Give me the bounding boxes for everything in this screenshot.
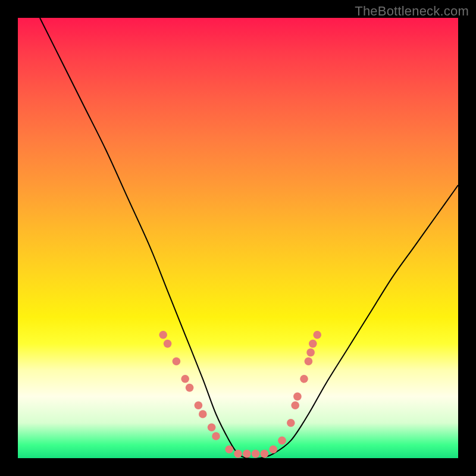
marker-dot bbox=[309, 340, 317, 348]
marker-dot bbox=[278, 437, 286, 445]
marker-dot bbox=[313, 331, 321, 339]
marker-dot bbox=[225, 445, 233, 453]
marker-dot bbox=[243, 450, 251, 458]
marker-dot bbox=[293, 393, 302, 401]
plot-area bbox=[18, 18, 458, 458]
marker-dot bbox=[261, 450, 269, 458]
marker-dot bbox=[173, 357, 181, 365]
marker-dot bbox=[269, 445, 277, 453]
marker-dot bbox=[306, 349, 315, 357]
marker-dot bbox=[159, 331, 167, 339]
bottleneck-curve bbox=[40, 18, 458, 459]
marker-dot bbox=[199, 410, 207, 418]
watermark-text: TheBottleneck.com bbox=[355, 4, 469, 19]
marker-dot bbox=[164, 340, 172, 348]
marker-dot bbox=[234, 450, 242, 458]
marker-dot bbox=[252, 450, 260, 458]
marker-dot bbox=[208, 423, 216, 431]
curve-layer bbox=[18, 18, 458, 458]
chart-frame: TheBottleneck.com bbox=[0, 0, 476, 476]
marker-dot bbox=[181, 375, 189, 383]
marker-dot bbox=[287, 419, 295, 427]
marker-dot bbox=[186, 384, 194, 392]
marker-dot bbox=[195, 401, 203, 409]
marker-dot bbox=[212, 432, 220, 440]
marker-dot bbox=[300, 375, 308, 383]
marker-dot bbox=[291, 401, 299, 409]
curve-markers bbox=[159, 331, 321, 458]
marker-dot bbox=[305, 357, 313, 365]
